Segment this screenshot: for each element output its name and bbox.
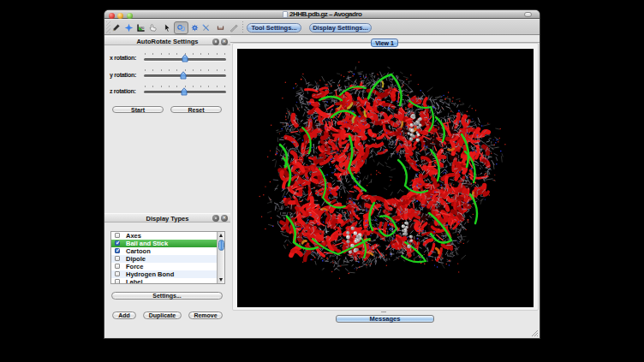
svg-text:90: 90 <box>140 26 144 30</box>
